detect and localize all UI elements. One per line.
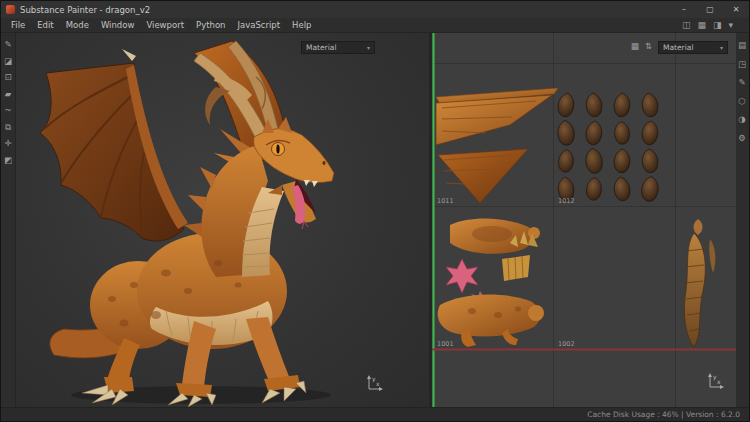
shelf-panel-icon[interactable]: ⬡ [738,97,745,106]
tools-toolbar: ✎ ◪ ⊡ ▰ ~ ⧉ ✛ ◩ [1,33,16,407]
axis-x-label: x [717,378,721,385]
shader-settings-icon[interactable]: ◑ [738,115,745,124]
dock-right-icon[interactable]: ◨ [713,21,722,30]
axis-x-label: x [376,380,380,387]
status-text: Cache Disk Usage : 46% | Version : 6.2.0 [587,410,740,419]
uv-filter-icon[interactable]: ⇅ [645,42,652,51]
texture-set-list-icon[interactable]: ▤ [738,41,746,50]
app-window: Substance Painter - dragon_v2 – ▢ ✕ File… [0,0,750,422]
dock-left-icon[interactable]: ◫ [682,21,691,30]
viewport-2d[interactable]: 1011 1012 1001 1002 ▦ ⇅ Material ▾ y x [432,33,736,409]
chevron-down-icon: ▾ [720,44,723,51]
udim-tile-label: 1012 [558,197,575,205]
layout-menu-chevron-icon[interactable]: ▾ [728,21,733,30]
dragon-3d-render [16,33,429,409]
uv-grid-toggle-icon[interactable]: ▦ [631,42,639,51]
clone-tool-icon[interactable]: ⧉ [5,123,11,132]
viewport2d-axis-gizmo[interactable]: y x [706,371,726,391]
viewport-3d[interactable]: Material ▾ y x [16,33,429,409]
display-settings-icon[interactable]: ⚙ [738,134,746,143]
menu-file[interactable]: File [5,20,31,30]
paint-tool-icon[interactable]: ✎ [4,40,11,49]
viewport3d-material-label: Material [306,43,336,52]
menu-mode[interactable]: Mode [60,20,95,30]
menu-window[interactable]: Window [95,20,141,30]
titlebar[interactable]: Substance Painter - dragon_v2 – ▢ ✕ [1,1,749,18]
layout-toolbar: ◫ ▦ ◨ ▾ [682,18,733,33]
eraser-tool-icon[interactable]: ◪ [4,57,12,66]
udim-tile-label: 1002 [558,340,575,348]
properties-panel-icon[interactable]: ✎ [738,78,745,87]
viewport3d-material-dropdown[interactable]: Material ▾ [301,41,375,54]
menu-help[interactable]: Help [286,20,317,30]
minimize-button[interactable]: – [671,1,697,18]
viewport3d-axis-gizmo[interactable]: y x [365,373,385,393]
uv-2d-render: 1011 1012 1001 1002 [432,33,736,409]
panels-toolbar: ▤ ◳ ✎ ⬡ ◑ ⚙ [734,33,749,407]
projection-tool-icon[interactable]: ⊡ [4,73,11,82]
viewport2d-material-label: Material [663,43,693,52]
geometry-mask-tool-icon[interactable]: ◩ [4,156,12,165]
menu-edit[interactable]: Edit [31,20,59,30]
smudge-tool-icon[interactable]: ~ [4,106,11,115]
menu-viewport[interactable]: Viewport [140,20,190,30]
window-title: Substance Painter - dragon_v2 [20,5,150,15]
statusbar: Cache Disk Usage : 46% | Version : 6.2.0 [1,407,749,421]
polygon-fill-tool-icon[interactable]: ▰ [5,90,12,99]
app-logo-icon [6,5,15,14]
viewport2d-material-dropdown[interactable]: Material ▾ [658,41,728,54]
menu-javascript[interactable]: JavaScript [231,20,286,30]
chevron-down-icon: ▾ [367,44,370,51]
layout-grid-icon[interactable]: ▦ [697,21,706,30]
close-button[interactable]: ✕ [723,1,749,18]
udim-tile-label: 1001 [437,340,454,348]
viewport2d-mini-toolbar: ▦ ⇅ [631,42,652,51]
layers-panel-icon[interactable]: ◳ [738,60,746,69]
maximize-button[interactable]: ▢ [697,1,723,18]
menubar: File Edit Mode Window Viewport Python Ja… [1,18,749,33]
menu-python[interactable]: Python [190,20,231,30]
material-picker-tool-icon[interactable]: ✛ [4,139,11,148]
window-controls: – ▢ ✕ [671,1,749,18]
udim-tile-label: 1011 [437,197,454,205]
